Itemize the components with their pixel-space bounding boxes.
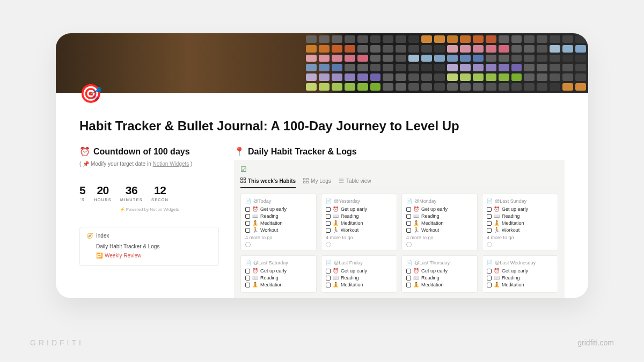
svg-rect-6 <box>304 181 305 183</box>
tab-my-logs[interactable]: My Logs <box>303 175 331 188</box>
sidebar-column: ⏰ Countdown of 100 days ( 📌 Modify your … <box>79 146 219 298</box>
habit-label: Reading <box>421 213 440 219</box>
habit-item[interactable]: 📖Reading <box>406 275 473 280</box>
checkbox-icon[interactable] <box>245 207 250 212</box>
habit-card[interactable]: 📄@Monday ⏰Get up early📖Reading🧘Meditatio… <box>401 194 478 251</box>
habit-item[interactable]: ⏰Get up early <box>326 206 392 212</box>
toc-item[interactable]: Daily Habit Tracker & Logs <box>86 242 212 251</box>
habit-item[interactable]: 🏃Workout <box>245 227 312 233</box>
checkbox-icon[interactable] <box>406 276 411 280</box>
habit-item[interactable]: 🏃Workout <box>326 227 392 233</box>
checkbox-icon[interactable] <box>487 228 492 233</box>
checkbox-icon[interactable] <box>487 214 492 219</box>
habit-label: Get up early <box>260 206 287 212</box>
habit-item[interactable]: 📖Reading <box>487 213 553 219</box>
checkbox-icon[interactable] <box>406 207 411 212</box>
habit-item[interactable]: ⏰Get up early <box>487 206 553 212</box>
checkbox-icon[interactable] <box>245 221 250 226</box>
habit-item[interactable]: 📖Reading <box>245 275 312 280</box>
checkbox-icon[interactable] <box>406 214 411 219</box>
habit-label: Meditation <box>260 282 283 287</box>
habit-label: Meditation <box>502 220 524 226</box>
toc-item[interactable]: 🔁Weekly Review <box>86 251 212 260</box>
habit-item[interactable]: 🧘Meditation <box>326 220 392 226</box>
habit-item[interactable]: 🧘Meditation <box>487 220 553 226</box>
brand-watermark: GRIDFITI <box>30 338 84 347</box>
habit-item[interactable]: 🧘Meditation <box>245 282 312 287</box>
habit-card[interactable]: 📄@Last Friday ⏰Get up early📖Reading🧘Medi… <box>321 255 397 293</box>
habit-item[interactable]: 🧘Meditation <box>406 220 473 226</box>
habit-emoji-icon: 📖 <box>413 213 419 219</box>
checkbox-icon[interactable] <box>245 269 250 274</box>
checkbox-icon[interactable] <box>326 207 331 212</box>
checkbox-icon[interactable] <box>326 283 331 287</box>
habit-label: Reading <box>502 213 520 219</box>
card-title: 📄@Last Saturday <box>245 260 312 265</box>
radio-icon[interactable] <box>406 242 412 247</box>
checkbox-icon[interactable] <box>326 276 331 280</box>
habit-item[interactable]: 🧘Meditation <box>245 220 312 226</box>
habit-item[interactable]: 🏃Workout <box>406 227 473 233</box>
checkbox-icon[interactable] <box>487 283 492 287</box>
habit-item[interactable]: 🧘Meditation <box>406 282 473 287</box>
habit-item[interactable]: ⏰Get up early <box>245 268 312 274</box>
tab-this-week-s-habits[interactable]: This week's Habits <box>240 175 296 188</box>
habit-item[interactable]: 📖Reading <box>326 213 392 219</box>
habit-emoji-icon: 🏃 <box>252 227 258 233</box>
habit-item[interactable]: ⏰Get up early <box>406 206 473 212</box>
habit-item[interactable]: ⏰Get up early <box>326 268 392 274</box>
radio-icon[interactable] <box>245 242 251 247</box>
checkbox-icon[interactable] <box>245 228 250 233</box>
habit-item[interactable]: 📖Reading <box>326 275 392 280</box>
habit-card[interactable]: 📄@Last Saturday ⏰Get up early📖Reading🧘Me… <box>240 255 317 293</box>
checkbox-icon[interactable] <box>406 269 411 274</box>
habit-item[interactable]: ⏰Get up early <box>245 206 312 212</box>
checkbox-icon[interactable] <box>487 221 492 226</box>
habit-item[interactable]: 📖Reading <box>406 213 473 219</box>
habit-label: Reading <box>421 275 440 280</box>
habit-item[interactable]: ⏰Get up early <box>406 268 473 274</box>
checkbox-icon[interactable] <box>487 276 492 280</box>
tab-table-view[interactable]: Table view <box>339 175 371 188</box>
habit-card[interactable]: 📄@Last Sunday ⏰Get up early📖Reading🧘Medi… <box>482 194 558 251</box>
habit-item[interactable]: 📖Reading <box>245 213 312 219</box>
notion-widgets-link[interactable]: Notion Widgets <box>153 161 189 167</box>
habit-item[interactable]: 📖Reading <box>487 275 553 280</box>
habit-emoji-icon: ⏰ <box>333 268 339 274</box>
habit-label: Get up early <box>421 206 448 212</box>
habit-item[interactable]: ⏰Get up early <box>487 268 553 274</box>
habit-item[interactable]: 🧘Meditation <box>487 282 553 287</box>
checkbox-icon[interactable] <box>245 214 250 219</box>
brand-url: gridfiti.com <box>577 338 614 347</box>
habit-card[interactable]: 📄@Last Thursday ⏰Get up early📖Reading🧘Me… <box>401 255 478 293</box>
countdown-unit: 20HOURS <box>94 184 112 202</box>
checkbox-icon[interactable] <box>245 283 250 287</box>
checklist-icon: ☑ <box>240 165 558 173</box>
more-text: 4 more to go <box>326 235 392 240</box>
checkbox-icon[interactable] <box>326 269 331 274</box>
checkbox-icon[interactable] <box>406 283 411 287</box>
checkbox-icon[interactable] <box>245 276 250 280</box>
checkbox-icon[interactable] <box>406 221 411 226</box>
grid-icon <box>240 178 246 184</box>
radio-icon[interactable] <box>487 242 492 247</box>
radio-icon[interactable] <box>326 242 331 247</box>
checkbox-icon[interactable] <box>326 214 331 219</box>
habit-item[interactable]: 🧘Meditation <box>326 282 392 287</box>
habit-item[interactable]: 🏃Workout <box>487 227 553 233</box>
habit-card[interactable]: 📄@Last Wednesday ⏰Get up early📖Reading🧘M… <box>482 255 558 293</box>
main-column: 📍 Daily Habit Tracker & Logs ☑ This week… <box>234 146 565 298</box>
page-emoji-icon[interactable]: 🎯 <box>79 83 102 104</box>
checkbox-icon[interactable] <box>487 207 492 212</box>
habit-card[interactable]: 📄@Yesterday ⏰Get up early📖Reading🧘Medita… <box>321 194 397 251</box>
countdown-timer: 5'S20HOURS36MINUTES12SECON <box>79 184 219 202</box>
checkbox-icon[interactable] <box>326 221 331 226</box>
checkbox-icon[interactable] <box>326 228 331 233</box>
tracker-database: ☑ This week's HabitsMy LogsTable view 📄@… <box>234 160 565 298</box>
checkbox-icon[interactable] <box>406 228 411 233</box>
card-title: 📄@Today <box>245 198 312 204</box>
habit-emoji-icon: 🧘 <box>494 220 500 226</box>
checkbox-icon[interactable] <box>487 269 492 274</box>
habit-emoji-icon: ⏰ <box>252 268 258 274</box>
habit-card[interactable]: 📄@Today ⏰Get up early📖Reading🧘Meditation… <box>240 194 317 251</box>
